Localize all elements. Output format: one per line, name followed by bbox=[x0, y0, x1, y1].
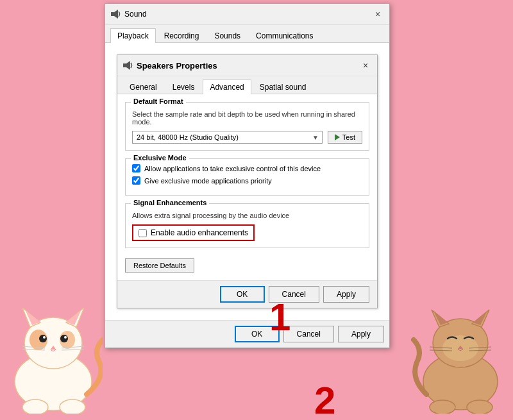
annotation-2: 2 bbox=[314, 378, 335, 420]
test-button-label: Test bbox=[342, 133, 355, 141]
tab-sounds[interactable]: Sounds bbox=[207, 28, 248, 43]
svg-point-9 bbox=[60, 335, 68, 342]
speakers-apply-button[interactable]: Apply bbox=[323, 286, 369, 303]
exclusive-control-label: Allow applications to take exclusive con… bbox=[144, 165, 321, 172]
svg-marker-34 bbox=[114, 10, 118, 19]
speakers-tabs: General Levels Advanced Spatial sound bbox=[117, 76, 377, 94]
speakers-dialog-close[interactable]: × bbox=[359, 59, 372, 72]
tab-recording[interactable]: Recording bbox=[157, 28, 206, 43]
play-icon bbox=[335, 134, 340, 140]
sound-tabs: Playback Recording Sounds Communications bbox=[105, 25, 389, 43]
tab-spatial-sound[interactable]: Spatial sound bbox=[253, 80, 314, 94]
sound-dialog-titlebar: Sound × bbox=[105, 4, 389, 25]
svg-point-18 bbox=[60, 399, 85, 414]
enable-enhancements-label: Enable audio enhancements bbox=[151, 228, 248, 237]
test-button[interactable]: Test bbox=[328, 131, 362, 144]
exclusive-mode-label: Exclusive Mode bbox=[131, 154, 189, 162]
format-select-wrapper: 24 bit, 48000 Hz (Studio Quality) ▼ bbox=[132, 131, 323, 144]
cat-right-decoration bbox=[410, 279, 510, 414]
exclusive-priority-label: Give exclusive mode applications priorit… bbox=[144, 177, 272, 185]
tab-playback[interactable]: Playback bbox=[110, 28, 156, 43]
tab-general[interactable]: General bbox=[122, 80, 164, 94]
svg-point-11 bbox=[64, 336, 67, 339]
exclusive-mode-option2-row: Give exclusive mode applications priorit… bbox=[132, 176, 362, 185]
speakers-dialog: Speakers Properties × General Levels Adv… bbox=[117, 55, 378, 308]
svg-point-8 bbox=[39, 335, 47, 342]
default-format-desc: Select the sample rate and bit depth to … bbox=[132, 110, 362, 126]
format-row: 24 bit, 48000 Hz (Studio Quality) ▼ Test bbox=[132, 131, 362, 144]
speakers-dialog-title: Speakers Properties bbox=[137, 61, 217, 71]
speakers-titlebar: Speakers Properties × bbox=[117, 55, 377, 76]
sound-dialog-buttons: OK Cancel Apply bbox=[105, 320, 389, 348]
sound-icon bbox=[110, 9, 121, 19]
svg-point-17 bbox=[22, 399, 48, 414]
signal-enhancements-label: Signal Enhancements bbox=[131, 199, 209, 206]
default-format-label: Default Format bbox=[131, 97, 186, 105]
sound-dialog-close[interactable]: × bbox=[371, 8, 384, 21]
svg-point-10 bbox=[43, 336, 46, 339]
cat-left-decoration bbox=[3, 279, 103, 414]
annotation-1: 1 bbox=[269, 295, 290, 339]
speakers-dialog-buttons: OK Cancel Apply bbox=[117, 280, 377, 308]
svg-marker-36 bbox=[126, 61, 130, 70]
svg-rect-33 bbox=[111, 12, 114, 16]
speakers-icon bbox=[122, 60, 133, 71]
exclusive-control-checkbox[interactable] bbox=[132, 164, 140, 172]
sound-dialog-title: Sound bbox=[124, 10, 147, 19]
exclusive-mode-group: Exclusive Mode Allow applications to tak… bbox=[125, 158, 369, 196]
enable-enhancements-checkbox[interactable] bbox=[139, 229, 147, 237]
tab-levels[interactable]: Levels bbox=[165, 80, 202, 94]
restore-defaults-button[interactable]: Restore Defaults bbox=[125, 258, 194, 273]
signal-enhancements-desc: Allows extra signal processing by the au… bbox=[132, 212, 362, 219]
speakers-content: Default Format Select the sample rate an… bbox=[117, 94, 377, 280]
sound-content: Speakers Properties × General Levels Adv… bbox=[105, 43, 389, 320]
enable-enhancements-wrapper: Enable audio enhancements bbox=[132, 224, 255, 241]
speakers-ok-button[interactable]: OK bbox=[220, 286, 265, 303]
tab-communications[interactable]: Communications bbox=[249, 28, 320, 43]
sound-dialog: Sound × Playback Recording Sounds Commun… bbox=[105, 3, 390, 348]
svg-point-31 bbox=[430, 400, 455, 414]
signal-enhancements-group: Signal Enhancements Allows extra signal … bbox=[125, 203, 369, 248]
default-format-group: Default Format Select the sample rate an… bbox=[125, 102, 369, 151]
exclusive-mode-option1-row: Allow applications to take exclusive con… bbox=[132, 164, 362, 172]
sound-cancel-button[interactable]: Cancel bbox=[283, 326, 334, 342]
format-select[interactable]: 24 bit, 48000 Hz (Studio Quality) bbox=[132, 131, 323, 144]
exclusive-priority-checkbox[interactable] bbox=[132, 176, 140, 185]
sound-apply-button[interactable]: Apply bbox=[338, 326, 384, 342]
tab-advanced[interactable]: Advanced bbox=[203, 80, 251, 94]
svg-point-32 bbox=[467, 400, 492, 414]
svg-rect-35 bbox=[123, 63, 126, 67]
